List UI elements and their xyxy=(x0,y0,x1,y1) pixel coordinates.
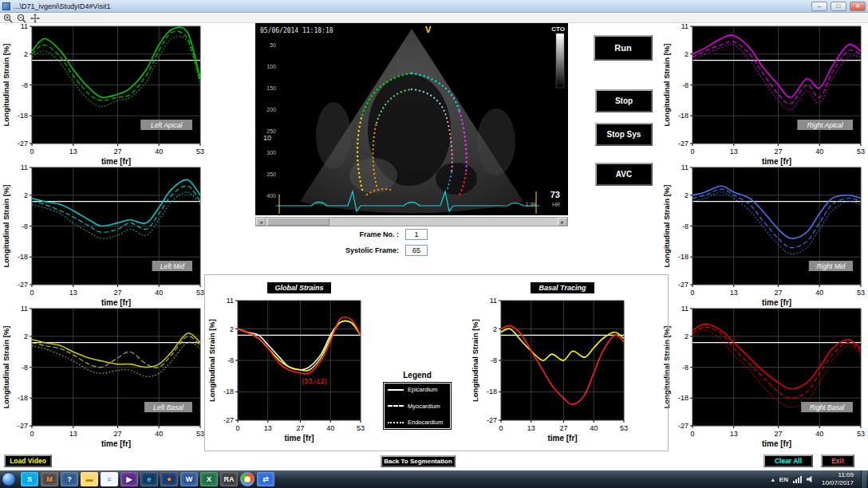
taskbar-icon-folder-explorer[interactable]: ▬ xyxy=(81,472,98,486)
taskbar-apps: SM?▬≡▶e●WXRA⇄ xyxy=(21,472,274,486)
svg-text:40: 40 xyxy=(326,424,334,432)
svg-text:27: 27 xyxy=(774,430,782,438)
maximize-button[interactable]: □ xyxy=(831,2,846,11)
window-title: ...\D71_ivgeni\StudyID4#Visit1 xyxy=(14,2,808,10)
svg-text:13: 13 xyxy=(730,289,738,297)
svg-text:300: 300 xyxy=(266,150,276,155)
svg-text:-8: -8 xyxy=(682,364,688,372)
show-desktop-button[interactable] xyxy=(861,470,866,488)
svg-text:0: 0 xyxy=(690,148,694,155)
plot-global-strains: (33,-12)013274053112-8-18-27time [fr]Lon… xyxy=(207,298,367,447)
scroll-left-icon[interactable]: ◂ xyxy=(256,218,266,226)
zoom-out-icon[interactable] xyxy=(16,14,26,22)
svg-text:Longitudinal Strain [%]: Longitudinal Strain [%] xyxy=(662,44,671,127)
svg-text:11: 11 xyxy=(21,165,28,171)
svg-text:2: 2 xyxy=(24,50,28,58)
svg-text:53: 53 xyxy=(196,430,204,438)
systolic-frame-input[interactable] xyxy=(405,245,428,256)
svg-text:53: 53 xyxy=(857,430,865,438)
svg-text:-27: -27 xyxy=(18,422,28,430)
svg-text:Left Basal: Left Basal xyxy=(153,403,184,411)
stop-button[interactable]: Stop xyxy=(595,89,653,112)
start-button[interactable] xyxy=(2,472,16,486)
taskbar-icon-ra-app[interactable]: RA xyxy=(220,472,238,486)
back-to-segmentation-button[interactable]: Back To Segmentation xyxy=(381,455,456,467)
volume-icon[interactable] xyxy=(807,475,815,483)
frame-number-input[interactable] xyxy=(405,229,428,240)
taskbar-icon-word[interactable]: W xyxy=(180,472,198,486)
svg-text:-18: -18 xyxy=(18,112,28,120)
svg-text:-18: -18 xyxy=(223,388,234,396)
svg-text:27: 27 xyxy=(774,289,782,297)
language-indicator[interactable]: EN xyxy=(779,476,788,483)
svg-text:-8: -8 xyxy=(682,222,688,230)
dashed-line-sample xyxy=(388,405,404,407)
taskbar-icon-media-player[interactable]: ▶ xyxy=(120,472,138,486)
network-icon[interactable] xyxy=(793,476,802,483)
load-video-button[interactable]: Load Video xyxy=(4,455,52,467)
taskbar-icon-firefox[interactable]: ● xyxy=(160,472,178,486)
stop-sys-button[interactable]: Stop Sys xyxy=(595,123,653,146)
taskbar-icon-teamviewer[interactable]: ⇄ xyxy=(257,472,274,486)
chart-global-strains: (33,-12)013274053112-8-18-27time [fr]Lon… xyxy=(207,298,367,444)
svg-text:100: 100 xyxy=(266,64,276,69)
exit-button[interactable]: Exit xyxy=(821,455,854,467)
svg-text:11: 11 xyxy=(21,306,28,313)
svg-text:-18: -18 xyxy=(18,394,28,402)
clear-all-button[interactable]: Clear All xyxy=(763,455,813,467)
taskbar-icon-matlab[interactable]: M xyxy=(41,472,58,486)
svg-text:-27: -27 xyxy=(678,422,688,430)
svg-text:Right Apical: Right Apical xyxy=(807,121,844,129)
svg-text:13: 13 xyxy=(69,148,77,155)
zoom-in-icon[interactable] xyxy=(2,14,13,22)
plot-right-apical: Right Apical013274053112-8-18-27time [fr… xyxy=(662,24,867,171)
chart-basal-tracing: 013274053112-8-18-27time [fr]Longitudina… xyxy=(471,298,630,444)
plot-right-basal: Right Basal013274053112-8-18-27time [fr]… xyxy=(662,306,867,453)
svg-text:-8: -8 xyxy=(22,222,28,230)
svg-text:40: 40 xyxy=(815,289,823,297)
svg-text:53: 53 xyxy=(620,424,628,432)
svg-text:2: 2 xyxy=(230,325,234,333)
taskbar-icon-skype[interactable]: S xyxy=(21,472,38,486)
ultrasound-scrollbar[interactable]: ◂ ▸ xyxy=(255,217,568,226)
avc-button[interactable]: AVC xyxy=(595,163,653,186)
taskbar-icon-matlab-help[interactable]: ? xyxy=(61,472,78,486)
svg-text:0: 0 xyxy=(235,424,239,432)
run-button[interactable]: Run xyxy=(594,35,653,61)
taskbar-icon-chrome[interactable] xyxy=(240,472,254,486)
window-icon xyxy=(2,2,10,10)
svg-text:time [fr]: time [fr] xyxy=(762,439,791,448)
close-button[interactable]: ✕ xyxy=(850,2,866,11)
svg-text:27: 27 xyxy=(113,430,121,438)
scroll-thumb[interactable] xyxy=(267,218,329,226)
svg-text:53: 53 xyxy=(857,289,865,297)
legend-item-myocardium: Myocardium xyxy=(388,403,447,410)
clip-time: 1:39 xyxy=(525,202,536,207)
taskbar-icon-internet-explorer[interactable]: e xyxy=(140,472,158,486)
scroll-right-icon[interactable]: ▸ xyxy=(558,218,567,226)
scroll-track[interactable] xyxy=(266,218,558,226)
svg-text:11: 11 xyxy=(490,298,497,305)
svg-text:40: 40 xyxy=(815,148,823,155)
svg-text:27: 27 xyxy=(113,148,121,155)
svg-text:53: 53 xyxy=(857,148,865,155)
taskbar-clock[interactable]: 11:09 10/07/2017 xyxy=(819,471,856,486)
svg-text:2: 2 xyxy=(24,191,28,199)
svg-text:11: 11 xyxy=(681,24,688,30)
svg-text:Right Mid: Right Mid xyxy=(816,262,845,270)
legend-title: Legend xyxy=(384,371,451,380)
svg-text:40: 40 xyxy=(155,430,163,438)
plot-left-mid: Left Mid013274053112-8-18-27time [fr]Lon… xyxy=(2,165,207,312)
svg-text:Longitudinal Strain [%]: Longitudinal Strain [%] xyxy=(471,319,479,402)
svg-text:Longitudinal Strain [%]: Longitudinal Strain [%] xyxy=(2,326,10,409)
taskbar-icon-notepad[interactable]: ≡ xyxy=(101,472,118,486)
tray-expand-icon[interactable]: ▴ xyxy=(771,476,775,483)
svg-text:0: 0 xyxy=(30,430,34,438)
svg-text:27: 27 xyxy=(559,424,567,432)
taskbar-icon-excel[interactable]: X xyxy=(200,472,218,486)
pan-icon[interactable] xyxy=(30,14,40,22)
tissue-speckle xyxy=(316,102,351,169)
apex-marker: V xyxy=(425,25,432,34)
minimize-button[interactable]: – xyxy=(811,2,827,11)
tissue-speckle xyxy=(477,108,515,175)
